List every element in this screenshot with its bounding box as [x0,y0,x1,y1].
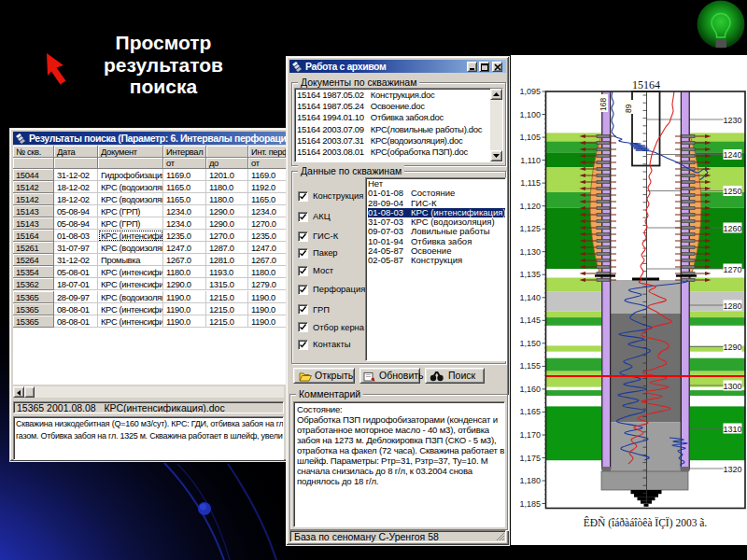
svg-text:1290: 1290 [723,343,741,352]
svg-text:1240: 1240 [723,150,741,160]
svg-text:1,135: 1,135 [519,270,541,279]
svg-text:1,100: 1,100 [519,110,541,119]
svg-text:1,140: 1,140 [519,293,541,302]
svg-text:1,155: 1,155 [519,361,541,371]
svg-text:1,165: 1,165 [519,407,541,416]
svg-text:1310: 1310 [723,425,741,434]
svg-text:1280: 1280 [723,301,741,311]
svg-text:89: 89 [624,104,633,113]
svg-text:1260: 1260 [723,224,741,233]
svg-text:1320: 1320 [723,465,741,474]
svg-text:1,185: 1,185 [519,499,541,509]
svg-text:1,125: 1,125 [519,224,541,233]
svg-text:1300: 1300 [723,382,741,391]
svg-text:1,120: 1,120 [519,202,541,211]
svg-text:1,145: 1,145 [519,315,541,325]
svg-text:1,115: 1,115 [520,178,541,188]
svg-text:1,130: 1,130 [519,247,541,257]
svg-text:1,105: 1,105 [519,133,541,142]
svg-text:ÊÐÑ (îáðàáîòêà ÏÇÏ) 2003 ã.: ÊÐÑ (îáðàáîòêà ÏÇÏ) 2003 ã. [584,516,708,529]
svg-text:1,110: 1,110 [520,156,541,165]
svg-text:1,160: 1,160 [519,385,541,394]
svg-text:1250: 1250 [723,187,741,196]
svg-text:1,180: 1,180 [519,476,541,485]
svg-text:1,175: 1,175 [519,454,541,463]
svg-text:1,095: 1,095 [519,87,541,96]
svg-text:15164: 15164 [632,78,660,91]
svg-text:1230: 1230 [723,116,741,125]
svg-text:1,150: 1,150 [519,339,541,348]
svg-text:168: 168 [599,98,608,111]
svg-text:1270: 1270 [723,265,741,274]
svg-text:1,170: 1,170 [519,430,541,440]
